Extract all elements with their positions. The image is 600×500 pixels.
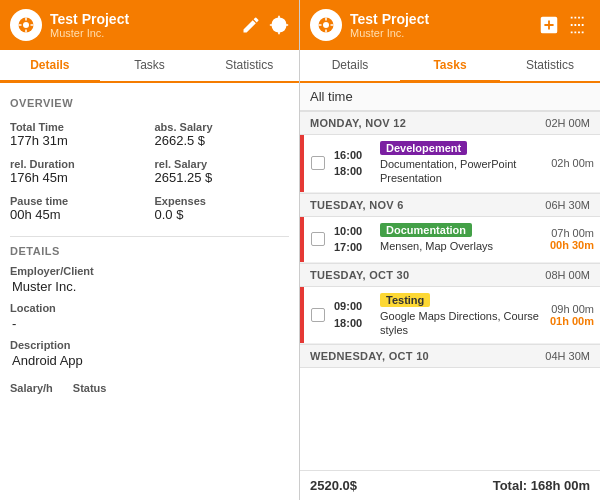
task-time-start: 09:00 [334,298,374,315]
left-tab-statistics[interactable]: Statistics [199,50,299,83]
task-duration-col: 02h 00m [548,135,600,192]
task-checkbox[interactable] [311,308,325,322]
task-time-end: 17:00 [334,239,374,256]
task-main: Developement Documentation, PowerPoint P… [376,135,548,192]
task-time-start: 10:00 [334,223,374,240]
salary-block: Salary/h [10,374,53,396]
task-duration-col: 07h 00m 00h 30m [548,217,600,262]
day-header-2: TUESDAY, OCT 30 08H 00M [300,263,600,287]
task-main: Testing Google Maps Directions, Course s… [376,287,548,344]
task-dur-main: 02h 00m [551,157,594,169]
left-tab-details[interactable]: Details [0,50,100,83]
task-dur-main: 09h 00m [551,303,594,315]
right-header-icon [310,9,342,41]
left-header-text: Test Project Muster Inc. [50,11,241,40]
left-content: OVERVIEW Total Time 177h 31m abs. Salary… [0,83,299,500]
task-time-end: 18:00 [334,315,374,332]
day-name-1: TUESDAY, NOV 6 [310,199,404,211]
right-header: Test Project Muster Inc. [300,0,600,50]
right-header-text: Test Project Muster Inc. [350,11,538,40]
task-time-start: 16:00 [334,147,374,164]
bottom-bar: 2520.0$ Total: 168h 00m [300,470,600,500]
day-header-3: WEDNESDAY, OCT 10 04H 30M [300,344,600,368]
task-checkbox-area [304,135,332,192]
task-tag: Developement [380,141,467,155]
task-desc: Documentation, PowerPoint Presentation [380,157,544,186]
task-checkbox-area [304,287,332,344]
left-header-icon [10,9,42,41]
right-content: All time MONDAY, NOV 12 02H 00M 16:00 18… [300,83,600,470]
pause-time-block: Pause time 00h 45m [10,191,145,224]
location-label: Location [10,302,289,314]
add-icon[interactable] [538,14,560,36]
task-time-col: 16:00 18:00 [332,135,376,192]
day-total-1: 06H 30M [545,199,590,211]
day-name-2: TUESDAY, OCT 30 [310,269,409,281]
task-checkbox-area [304,217,332,262]
right-tab-details[interactable]: Details [300,50,400,83]
description-label: Description [10,339,289,351]
abs-salary-label: abs. Salary [155,121,290,133]
rel-duration-value: 176h 45m [10,170,145,185]
day-total-0: 02H 00M [545,117,590,129]
rel-salary-block: rel. Salary 2651.25 $ [155,154,290,187]
right-project-subtitle: Muster Inc. [350,27,538,39]
task-dur-main: 07h 00m [551,227,594,239]
status-block: Status [73,374,107,396]
total-time-label: Total Time [10,121,145,133]
task-checkbox[interactable] [311,156,325,170]
left-tab-tasks[interactable]: Tasks [100,50,200,83]
edit-icon[interactable] [241,15,261,35]
task-checkbox[interactable] [311,232,325,246]
bottom-total-money: 2520.0$ [310,478,357,493]
stats-grid: Total Time 177h 31m abs. Salary 2662.5 $… [10,117,289,224]
abs-salary-value: 2662.5 $ [155,133,290,148]
svg-point-1 [23,22,29,28]
status-label: Status [73,382,107,394]
left-tabs: Details Tasks Statistics [0,50,299,83]
divider-1 [10,236,289,237]
right-panel: Test Project Muster Inc. Details Tasks S… [300,0,600,500]
expenses-block: Expenses 0.0 $ [155,191,290,224]
settings-icon[interactable] [269,15,289,35]
task-desc: Google Maps Directions, Course styles [380,309,544,338]
pause-time-value: 00h 45m [10,207,145,222]
rel-duration-block: rel. Duration 176h 45m [10,154,145,187]
employer-value: Muster Inc. [10,279,289,294]
task-row: 10:00 17:00 Documentation Mensen, Map Ov… [300,217,600,263]
all-time-label: All time [300,83,600,111]
day-total-2: 08H 00M [545,269,590,281]
task-time-col: 10:00 17:00 [332,217,376,262]
right-project-title: Test Project [350,11,538,28]
total-time-value: 177h 31m [10,133,145,148]
left-panel: Test Project Muster Inc. Details Tasks S… [0,0,300,500]
description-value: Android App [10,353,289,368]
task-dur-pause: 01h 00m [550,315,594,327]
employer-label: Employer/Client [10,265,289,277]
day-name-0: MONDAY, NOV 12 [310,117,406,129]
task-desc: Mensen, Map Overlays [380,239,544,253]
task-tag: Testing [380,293,430,307]
task-row: 09:00 18:00 Testing Google Maps Directio… [300,287,600,345]
task-row: 16:00 18:00 Developement Documentation, … [300,135,600,193]
pause-time-label: Pause time [10,195,145,207]
left-project-title: Test Project [50,11,241,28]
rel-salary-label: rel. Salary [155,158,290,170]
task-dur-pause: 00h 30m [550,239,594,251]
salary-label: Salary/h [10,382,53,394]
right-tab-tasks[interactable]: Tasks [400,50,500,83]
expenses-label: Expenses [155,195,290,207]
task-time-col: 09:00 18:00 [332,287,376,344]
rel-duration-label: rel. Duration [10,158,145,170]
rel-salary-value: 2651.25 $ [155,170,290,185]
left-project-subtitle: Muster Inc. [50,27,241,39]
task-main: Documentation Mensen, Map Overlays [376,217,548,262]
details-section-title: DETAILS [10,245,289,257]
svg-point-7 [323,22,329,28]
right-tab-statistics[interactable]: Statistics [500,50,600,83]
day-header-1: TUESDAY, NOV 6 06H 30M [300,193,600,217]
calendar-icon[interactable] [568,14,590,36]
right-tabs: Details Tasks Statistics [300,50,600,83]
location-value: - [10,316,289,331]
left-header-actions [241,15,289,35]
